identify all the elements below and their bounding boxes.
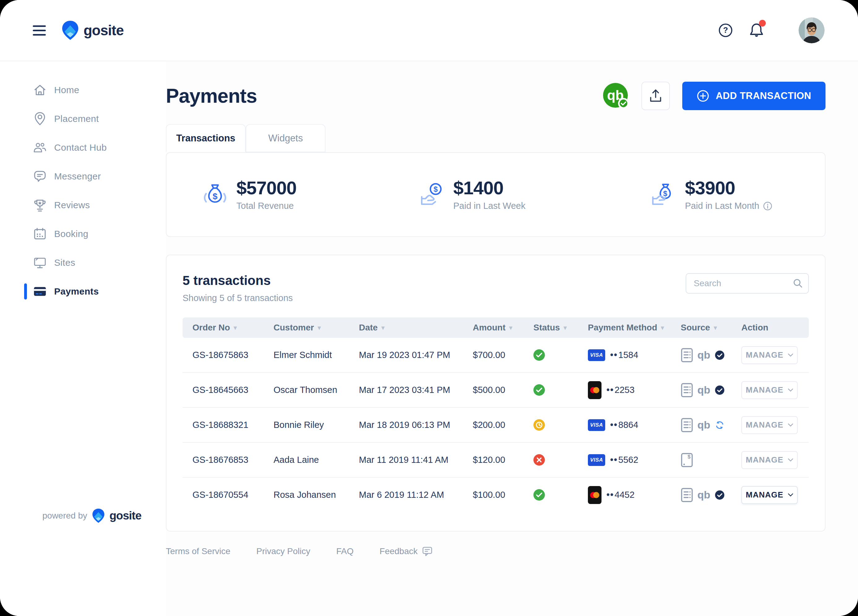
sidebar-item-booking[interactable]: Booking [0, 219, 166, 248]
column-header-amount[interactable]: Amount ▾ [463, 323, 524, 333]
brand-wordmark: gosite [84, 22, 123, 39]
footer-link-privacy-policy[interactable]: Privacy Policy [256, 546, 315, 556]
column-header-label: Customer [274, 323, 314, 333]
cell-payment-method: VISA ••8864 [578, 419, 671, 431]
cell-date: Mar 18 2019 06:13 PM [349, 420, 463, 430]
column-header-label: Order No [193, 323, 230, 333]
quickbooks-status-button[interactable]: qb [602, 82, 629, 109]
sidebar-item-messenger[interactable]: Messenger [0, 162, 166, 191]
column-header-payment-method[interactable]: Payment Method ▾ [578, 323, 671, 333]
placement-pin-icon [33, 112, 47, 126]
gosite-pin-icon [62, 20, 79, 40]
qb-icon: qb [698, 384, 710, 396]
quickbooks-icon: qb [602, 82, 629, 109]
sidebar-item-label: Booking [54, 229, 89, 239]
manage-button[interactable]: MANAGE [741, 346, 798, 364]
header-actions: ? [718, 17, 825, 43]
qb-icon: qb [698, 350, 710, 361]
sidebar-item-label: Home [54, 85, 79, 95]
table-row: GS-18645663 Oscar Thomsen Mar 17 2023 03… [183, 373, 809, 408]
avatar-photo [799, 17, 825, 43]
sidebar-item-label: Reviews [54, 200, 90, 210]
search-icon [793, 278, 803, 289]
manage-button-label: MANAGE [746, 420, 783, 430]
svg-text:?: ? [723, 25, 728, 35]
sidebar-item-sites[interactable]: Sites [0, 248, 166, 277]
brand-logo[interactable]: gosite [62, 20, 123, 40]
sort-arrow-icon: ▾ [564, 324, 567, 331]
sort-arrow-icon: ▾ [661, 324, 664, 331]
sidebar: Home Placement Contact Hub Messenger Rev… [0, 61, 166, 616]
cell-source: $ [671, 453, 731, 468]
tab-transactions[interactable]: Transactions [166, 124, 246, 152]
info-icon[interactable] [763, 201, 772, 211]
sidebar-item-payments[interactable]: Payments [0, 277, 166, 306]
notification-dot [759, 20, 766, 26]
masked-digits: •• [610, 455, 618, 465]
status-pending-icon [533, 419, 545, 431]
table-header-row: Order No ▾ Customer ▾ Date ▾ Amount ▾ St… [183, 317, 809, 338]
sidebar-item-placement[interactable]: Placement [0, 104, 166, 133]
cell-payment-method: VISA ••5562 [578, 454, 671, 466]
qb-check-icon [715, 490, 724, 500]
invoice-icon [681, 418, 693, 432]
footer-link-feedback[interactable]: Feedback [380, 546, 432, 556]
coin-hand-icon: $ [419, 181, 445, 208]
invoice-icon [681, 383, 693, 398]
search-input[interactable] [685, 273, 809, 294]
sidebar-item-contact-hub[interactable]: Contact Hub [0, 133, 166, 162]
menu-button[interactable] [33, 25, 46, 36]
cell-customer: Aada Laine [264, 455, 349, 465]
calendar-icon [33, 227, 47, 241]
footer-link-faq[interactable]: FAQ [336, 546, 358, 556]
tab-bar: Transactions Widgets [166, 124, 825, 152]
stat-label: Total Revenue [236, 201, 294, 211]
powered-by-brand: gosite [110, 509, 141, 522]
upload-icon [649, 89, 662, 103]
column-header-order-no[interactable]: Order No ▾ [183, 323, 264, 333]
export-button[interactable] [641, 82, 670, 110]
manage-button-label: MANAGE [746, 490, 783, 500]
stat-label: Paid in Last Week [453, 201, 525, 211]
svg-text:$: $ [213, 191, 218, 201]
cell-status [524, 419, 578, 431]
status-success-icon [533, 384, 545, 396]
monitor-icon [33, 256, 47, 269]
cell-action: MANAGE [731, 451, 809, 469]
add-transaction-button[interactable]: ADD TRANSACTION [682, 82, 825, 110]
column-header-date[interactable]: Date ▾ [349, 323, 463, 333]
chevron-down-icon [788, 458, 793, 462]
footer-link-terms-of-service[interactable]: Terms of Service [166, 546, 235, 556]
cell-date: Mar 17 2023 03:41 PM [349, 385, 463, 395]
sort-arrow-icon: ▾ [234, 324, 237, 331]
sidebar-item-home[interactable]: Home [0, 76, 166, 104]
column-header-status[interactable]: Status ▾ [524, 323, 578, 333]
manage-button[interactable]: MANAGE [741, 381, 798, 399]
cell-order-no: GS-18675863 [183, 350, 264, 360]
powered-by-label: powered by [42, 511, 87, 521]
contacts-icon [33, 142, 47, 154]
page-title: Payments [166, 84, 257, 107]
cell-amount: $200.00 [463, 420, 524, 430]
sidebar-item-label: Sites [54, 257, 75, 268]
manage-button[interactable]: MANAGE [741, 486, 798, 504]
cell-date: Mar 11 2019 11:41 AM [349, 455, 463, 465]
card-number: ••4452 [606, 490, 634, 500]
user-avatar[interactable] [799, 17, 825, 43]
manage-button[interactable]: MANAGE [741, 451, 798, 469]
notifications-button[interactable] [749, 22, 764, 38]
visa-badge-icon: VISA [588, 349, 605, 361]
manage-button[interactable]: MANAGE [741, 416, 798, 434]
sidebar-item-reviews[interactable]: Reviews [0, 191, 166, 219]
tab-widgets[interactable]: Widgets [246, 124, 325, 152]
cell-amount: $120.00 [463, 455, 524, 465]
active-indicator [24, 283, 27, 300]
status-failed-icon [533, 454, 545, 466]
table-body: GS-18675863 Elmer Schmidt Mar 19 2023 01… [183, 338, 809, 512]
plus-circle-icon [696, 89, 709, 103]
column-header-source[interactable]: Source ▾ [671, 323, 731, 333]
sort-arrow-icon: ▾ [318, 324, 321, 331]
column-header-customer[interactable]: Customer ▾ [264, 323, 349, 333]
help-button[interactable]: ? [718, 23, 733, 38]
cell-date: Mar 6 2019 11:12 AM [349, 490, 463, 500]
